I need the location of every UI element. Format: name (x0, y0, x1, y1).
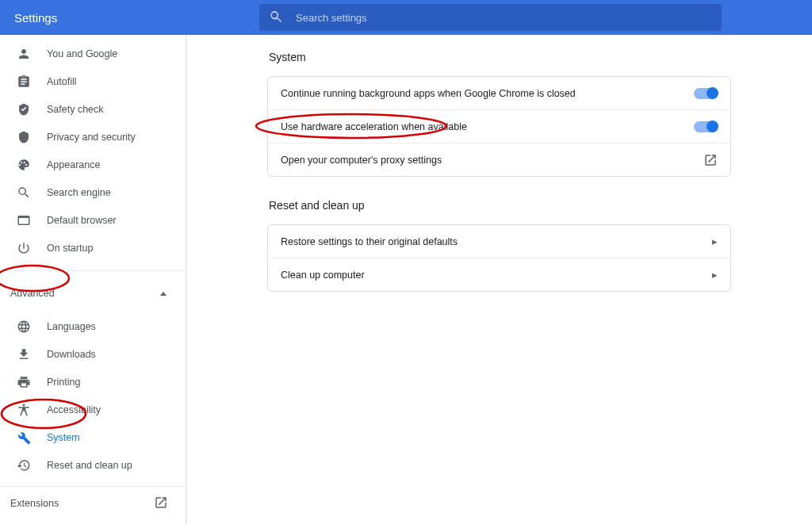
svg-point-2 (2, 400, 86, 428)
svg-point-1 (0, 266, 69, 291)
svg-point-0 (256, 114, 446, 138)
